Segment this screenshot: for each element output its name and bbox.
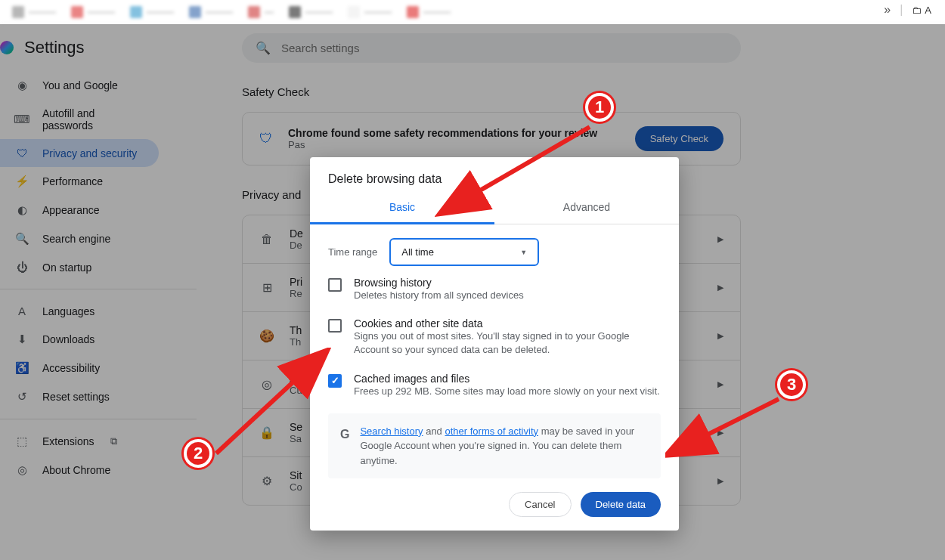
external-link-icon: ⧉ — [110, 435, 117, 447]
chevron-right-icon: ▶ — [717, 379, 723, 389]
chevron-right-icon: ▶ — [717, 428, 723, 438]
safety-check-button[interactable]: Safety Check — [635, 126, 723, 151]
folder-label: A — [925, 5, 931, 16]
nav-you-and-google[interactable]: ◉You and Google — [0, 71, 159, 100]
checkbox-cookies[interactable] — [328, 319, 342, 333]
browser-tab[interactable]: ——— — [183, 3, 239, 21]
annotation-marker-1: 1 — [585, 93, 614, 122]
nav-autofill[interactable]: ⌨Autofill and passwords — [0, 100, 159, 139]
time-range-label: Time range — [328, 246, 377, 258]
checkbox-cached-images[interactable] — [328, 374, 342, 388]
ads-icon: ◎ — [259, 377, 274, 391]
nav-label: Privacy and security — [42, 147, 137, 159]
browser-tab[interactable]: ——— — [6, 3, 62, 21]
nav-extensions[interactable]: ⬚Extensions⧉ — [0, 427, 159, 456]
browser-tab[interactable]: ——— — [283, 3, 339, 21]
settings-title: Settings — [24, 38, 85, 57]
browser-tab[interactable]: ——— — [342, 3, 398, 21]
search-input[interactable] — [281, 42, 727, 54]
nav-accessibility[interactable]: ♿Accessibility — [0, 354, 159, 382]
shield-icon: 🛡 — [15, 147, 29, 159]
chevron-right-icon: ▶ — [717, 476, 723, 486]
option-title: Cached images and files — [354, 373, 660, 385]
nav-search-engine[interactable]: 🔍Search engine — [0, 224, 159, 253]
search-settings[interactable]: 🔍 — [242, 33, 741, 63]
nav-label: About Chrome — [42, 464, 110, 476]
nav-languages[interactable]: ALanguages — [0, 297, 159, 325]
nav-about[interactable]: ◎About Chrome — [0, 456, 159, 484]
trash-icon: 🗑 — [259, 233, 274, 246]
lock-icon: 🔒 — [259, 425, 274, 440]
nav-label: Accessibility — [42, 362, 100, 374]
nav-label: Search engine — [42, 233, 110, 245]
time-range-select[interactable]: All time ▼ — [389, 238, 539, 266]
nav-label: Performance — [42, 175, 103, 187]
power-icon: ⏻ — [15, 261, 29, 274]
annotation-marker-3: 3 — [777, 370, 806, 399]
google-account-info: G Search history and other forms of acti… — [328, 413, 661, 479]
browser-tab[interactable]: — — [242, 3, 280, 21]
cancel-button[interactable]: Cancel — [509, 492, 571, 517]
settings-sidebar: Settings ◉You and Google ⌨Autofill and p… — [0, 24, 197, 560]
delete-data-button[interactable]: Delete data — [581, 492, 662, 517]
delete-browsing-data-dialog: Delete browsing data Basic Advanced Time… — [310, 157, 679, 531]
chevron-right-icon: ▶ — [717, 283, 723, 292]
checkbox-browsing-history[interactable] — [328, 278, 342, 292]
safety-check-section-title: Safety Check — [242, 85, 915, 98]
nav-on-startup[interactable]: ⏻On startup — [0, 253, 159, 281]
search-icon: 🔍 — [256, 41, 271, 55]
browser-tab[interactable]: ——— — [124, 3, 180, 21]
reset-icon: ↺ — [15, 390, 29, 404]
bookmark-folder[interactable]: 🗀 A — [912, 5, 931, 16]
chevron-right-icon: ▶ — [717, 331, 723, 341]
tab-advanced[interactable]: Advanced — [494, 192, 679, 224]
nav-appearance[interactable]: ◐Appearance — [0, 196, 159, 224]
search-history-link[interactable]: Search history — [360, 425, 423, 437]
shield-icon: 🛡 — [259, 131, 273, 147]
time-range-value: All time — [401, 246, 434, 258]
browser-tab[interactable]: ——— — [401, 3, 457, 21]
folder-icon: 🗀 — [912, 5, 922, 16]
google-logo-icon: G — [340, 425, 349, 469]
nav-label: On startup — [42, 261, 91, 274]
option-desc: Deletes history from all synced devices — [354, 289, 524, 302]
chevron-right-icon: ▶ — [717, 234, 723, 244]
safety-check-title: Chrome found some safety recommendations… — [288, 127, 620, 139]
settings-header: Settings — [0, 38, 197, 71]
palette-icon: ◐ — [15, 203, 29, 217]
nav-privacy-security[interactable]: 🛡Privacy and security — [0, 139, 159, 167]
chrome-avatar-icon — [0, 41, 14, 54]
option-title: Cookies and other site data — [354, 317, 661, 330]
nav-reset[interactable]: ↺Reset settings — [0, 382, 159, 411]
chrome-icon: ◎ — [15, 463, 29, 477]
nav-downloads[interactable]: ⬇Downloads — [0, 325, 159, 354]
dialog-title: Delete browsing data — [310, 157, 679, 192]
accessibility-icon: ♿ — [15, 361, 29, 375]
tabs-overflow-icon[interactable]: » — [884, 3, 891, 17]
nav-label: Extensions — [42, 435, 94, 447]
extension-icon: ⬚ — [15, 435, 29, 448]
nav-label: Downloads — [42, 333, 94, 345]
tune-icon: ⚙ — [259, 474, 274, 488]
person-icon: ◉ — [15, 79, 29, 92]
browser-tab[interactable]: ——— — [65, 3, 121, 21]
cookie-icon: 🍪 — [259, 329, 274, 343]
nav-label: Appearance — [42, 204, 100, 216]
privacy-guide-icon: ⊞ — [259, 280, 274, 295]
tab-basic[interactable]: Basic — [310, 192, 494, 224]
option-title: Browsing history — [354, 277, 524, 289]
autofill-icon: ⌨ — [15, 113, 29, 126]
search-icon: 🔍 — [15, 232, 29, 246]
language-icon: A — [15, 305, 29, 317]
nav-label: Autofill and passwords — [42, 107, 144, 131]
browser-tabs-bar: ——— ——— ——— ——— — ——— ——— ——— — [0, 0, 945, 24]
nav-label: You and Google — [42, 79, 118, 91]
safety-check-subtitle: Pas — [288, 139, 620, 150]
chevron-down-icon: ▼ — [520, 249, 527, 256]
speed-icon: ⚡ — [15, 175, 29, 188]
nav-performance[interactable]: ⚡Performance — [0, 167, 159, 196]
option-desc: Frees up 292 MB. Some sites may load mor… — [354, 385, 660, 398]
nav-label: Languages — [42, 305, 94, 317]
nav-label: Reset settings — [42, 391, 110, 403]
other-forms-link[interactable]: other forms of activity — [445, 425, 538, 437]
